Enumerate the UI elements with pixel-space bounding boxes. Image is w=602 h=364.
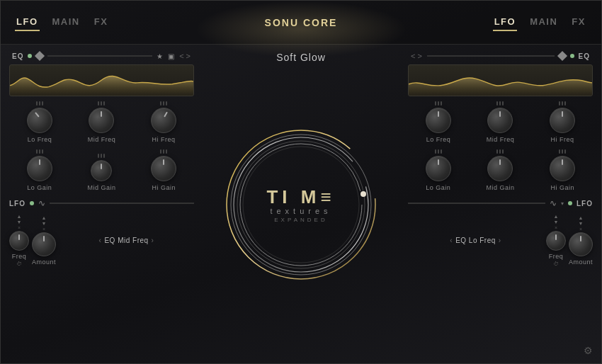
center-panel: TI M≡ textures EXPANDED (203, 45, 399, 364)
left-lo-freq-knob-group: Lo Freq (27, 101, 52, 143)
left-lfo-freq-knob[interactable] (9, 231, 29, 251)
right-hi-gain-label: Hi Gain (550, 184, 574, 191)
left-lfo-slider[interactable] (50, 203, 194, 204)
left-lo-freq-dots (36, 101, 43, 106)
left-hi-freq-dots (160, 101, 167, 106)
right-eq-target-text: EQ Lo Freq (455, 237, 496, 244)
right-mid-freq-knob[interactable] (487, 108, 513, 133)
right-lo-freq-knob[interactable] (426, 108, 451, 133)
left-mid-freq-dots (98, 101, 105, 106)
right-hi-freq-label: Hi Freq (551, 136, 574, 143)
left-wave-icon: ∿ (38, 198, 45, 208)
right-hi-gain-knob[interactable] (550, 156, 575, 181)
right-nav-tabs: LFO MAIN FX (493, 13, 587, 31)
right-freq-down[interactable]: ▼ (554, 220, 559, 224)
left-hi-gain-knob-group: Hi Gain (151, 149, 176, 191)
left-lfo-freq-group: ▲ ▼ × Freq ⏱ (9, 214, 29, 267)
right-amount-up[interactable]: ▲ (579, 215, 584, 220)
left-freq-arrows: ▲ ▼ (17, 214, 22, 224)
left-nav-arrows: < > (179, 52, 191, 60)
left-nav-next[interactable]: > (186, 52, 191, 60)
left-freq-up[interactable]: ▲ (17, 214, 22, 219)
svg-point-6 (360, 191, 366, 197)
right-clock-icon: ⏱ (553, 261, 559, 267)
right-eq-dot[interactable] (570, 54, 574, 58)
tab-main-left[interactable]: MAIN (51, 13, 81, 31)
right-lo-freq-knob-group: Lo Freq (426, 101, 451, 143)
right-eq-slider[interactable] (427, 55, 555, 57)
right-eq-bar: < > EQ (408, 50, 593, 62)
left-amount-cross: × (42, 227, 45, 232)
left-mid-gain-knob[interactable] (91, 160, 112, 181)
left-star-icon[interactable]: ★ (157, 52, 164, 60)
right-lo-gain-knob-group: Lo Gain (426, 149, 451, 191)
right-lo-gain-knob[interactable] (426, 156, 451, 181)
left-mid-freq-knob[interactable] (89, 108, 114, 133)
left-save-icon[interactable]: ▣ (168, 52, 175, 60)
left-lo-gain-knob[interactable] (27, 156, 52, 181)
left-hi-gain-label: Hi Gain (152, 184, 176, 191)
right-nav-arrows: < > (411, 52, 423, 60)
left-nav-tabs: LFO MAIN FX (15, 13, 109, 31)
right-amount-down[interactable]: ▼ (579, 221, 584, 226)
right-wave-dropdown[interactable]: ▾ (561, 200, 564, 207)
left-amount-arrows: ▲ ▼ (42, 215, 47, 226)
left-mid-gain-knob-group: Mid Gain (87, 153, 115, 191)
left-lo-gain-label: Lo Gain (27, 184, 52, 191)
right-lfo-amount-knob[interactable] (569, 232, 593, 256)
left-eq-dot[interactable] (28, 54, 32, 58)
right-freq-arrows: ▲ ▼ (554, 214, 559, 224)
right-lfo-amount-label: Amount (569, 258, 593, 266)
tab-fx-right[interactable]: FX (570, 13, 587, 31)
left-hi-gain-knob[interactable] (151, 156, 176, 181)
right-lo-freq-label: Lo Freq (426, 136, 451, 143)
right-nav-next[interactable]: > (417, 52, 422, 60)
left-eq-target: ‹ EQ Mid Freq › (59, 237, 194, 244)
left-amount-up[interactable]: ▲ (42, 215, 47, 220)
right-lfo-dot[interactable] (568, 201, 572, 205)
right-eq-prev[interactable]: ‹ (450, 237, 453, 244)
right-lo-gain-dots (435, 149, 442, 154)
right-eq-next[interactable]: › (499, 237, 501, 244)
right-hi-freq-knob[interactable] (550, 108, 575, 133)
left-eq-next[interactable]: › (152, 237, 154, 244)
right-freq-cross: × (555, 225, 557, 230)
left-eq-label: EQ (12, 52, 23, 60)
right-diamond-icon (557, 51, 567, 61)
right-mid-gain-knob[interactable] (487, 156, 513, 181)
brand-center: TI M≡ textures EXPANDED (266, 186, 335, 223)
left-eq-prev[interactable]: ‹ (99, 237, 102, 244)
left-amount-down[interactable]: ▼ (42, 221, 47, 226)
right-mid-gain-dots (496, 149, 504, 154)
tab-lfo-right[interactable]: LFO (493, 13, 518, 31)
left-lo-freq-knob[interactable] (27, 108, 52, 133)
tab-lfo-left[interactable]: LFO (15, 13, 40, 31)
right-freq-up[interactable]: ▲ (554, 214, 559, 219)
right-lfo-amount-group: ▲ ▼ × Amount (569, 215, 593, 266)
right-lfo-bar: ∿ ▾ LFO (408, 197, 593, 210)
right-hi-freq-dots (559, 101, 566, 106)
left-lfo-dot[interactable] (30, 201, 34, 205)
left-diamond-icon (35, 51, 45, 61)
brand-textures-text: textures (270, 207, 331, 215)
right-lfo-slider[interactable] (408, 203, 545, 204)
left-lfo-amount-knob[interactable] (32, 232, 56, 256)
tab-fx-left[interactable]: FX (93, 13, 110, 31)
left-lfo-freq-label: Freq (12, 253, 27, 260)
left-hi-freq-knob[interactable] (151, 108, 176, 133)
right-lo-gain-label: Lo Gain (426, 184, 450, 191)
left-nav-prev[interactable]: < (179, 52, 184, 60)
right-nav-prev[interactable]: < (411, 52, 416, 60)
right-lfo-controls: ‹ EQ Lo Freq › ▲ ▼ × Freq ⏱ ▲ (408, 214, 593, 267)
right-wave-icon: ∿ (550, 198, 557, 208)
tab-main-right[interactable]: MAIN (528, 13, 559, 31)
left-lfo-amount-group: ▲ ▼ × Amount (32, 215, 56, 266)
left-lfo-bar: LFO ∿ (9, 197, 194, 210)
brand-expanded-text: EXPANDED (274, 217, 327, 223)
settings-icon[interactable]: ⚙ (584, 345, 593, 356)
left-mid-gain-dots (98, 153, 105, 159)
right-lfo-freq-knob[interactable] (546, 231, 566, 251)
main-content: EQ ★ ▣ < > (1, 45, 601, 364)
left-eq-slider[interactable] (47, 55, 152, 57)
left-freq-down[interactable]: ▼ (17, 220, 22, 224)
